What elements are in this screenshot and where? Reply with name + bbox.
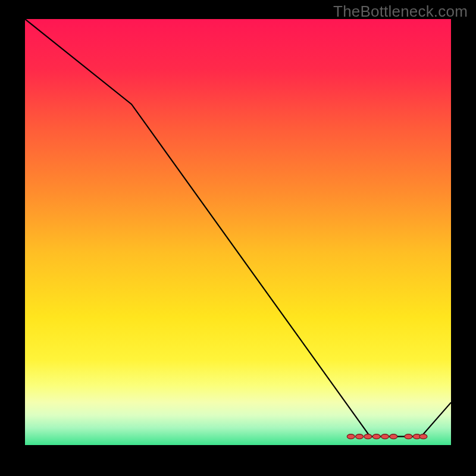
trough-dot (372, 434, 380, 439)
watermark-label: TheBottleneck.com (333, 2, 468, 21)
trough-dot (364, 434, 372, 439)
trough-dot (347, 434, 355, 439)
trough-dot (419, 434, 427, 439)
trough-dot (405, 434, 412, 439)
trough-dots (25, 19, 451, 445)
trough-dot (390, 434, 397, 439)
plot-area (25, 19, 451, 457)
trough-dot (381, 434, 389, 439)
trough-dot (356, 434, 364, 439)
chart-container: TheBottleneck.com (0, 0, 476, 476)
